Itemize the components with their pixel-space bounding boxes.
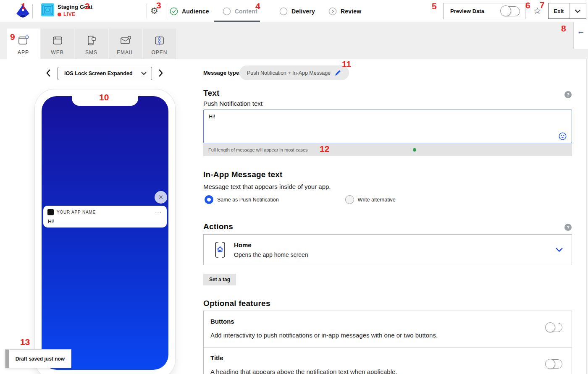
step-complete-icon bbox=[170, 7, 178, 16]
push-text-input[interactable]: Hi! bbox=[203, 110, 572, 143]
annotation-mark-10: 10 bbox=[99, 93, 109, 102]
tab-sms[interactable]: SMS bbox=[75, 29, 108, 59]
exit-split-button: Exit bbox=[548, 3, 586, 19]
annotation-mark-13: 13 bbox=[20, 337, 30, 346]
radio-same-as-push[interactable]: Same as Push Notification bbox=[205, 195, 279, 204]
header-divider bbox=[166, 4, 166, 18]
tab-web[interactable]: WEB bbox=[41, 29, 74, 59]
edit-pencil-icon bbox=[334, 69, 341, 76]
annotation-mark-5: 5 bbox=[432, 2, 437, 10]
previous-device-button[interactable] bbox=[45, 69, 54, 78]
annotation-mark-3: 3 bbox=[156, 1, 161, 10]
device-preview-select[interactable]: iOS Lock Screen Expanded bbox=[58, 67, 152, 80]
feature-buttons-row: Buttons Add interactivity to push notifi… bbox=[204, 311, 572, 347]
feature-buttons-desc: Add interactivity to push notifications … bbox=[210, 332, 563, 339]
step-review[interactable]: Review bbox=[328, 7, 361, 16]
next-device-button[interactable] bbox=[158, 69, 166, 78]
exit-button[interactable]: Exit bbox=[549, 3, 570, 18]
open-channel-icon bbox=[153, 34, 166, 47]
step-content[interactable]: Content bbox=[223, 7, 257, 16]
feature-title-name: Title bbox=[210, 354, 563, 361]
feature-title-row: Title A heading that appears above the n… bbox=[204, 347, 572, 374]
feature-title-desc: A heading that appears above the notific… bbox=[210, 368, 563, 374]
annotation-mark-2: 2 bbox=[85, 2, 90, 10]
push-composer-app: Staging Goat LIVE ⚙ Audience Con bbox=[0, 0, 588, 374]
tab-email[interactable]: EMAIL bbox=[109, 29, 142, 59]
phone-home-icon bbox=[214, 241, 226, 258]
draft-saved-toast: Draft saved just now bbox=[5, 349, 71, 368]
dismiss-preview-button[interactable]: ✕ bbox=[155, 191, 167, 204]
app-channel-icon bbox=[17, 34, 30, 47]
notification-app-icon bbox=[47, 209, 54, 215]
phone-preview: ✕ YOUR APP NAME ··· Hi! bbox=[35, 89, 175, 374]
live-status-dot bbox=[58, 13, 61, 16]
live-status-label: LIVE bbox=[63, 11, 76, 17]
message-type-value: Push Notification + In-App Message bbox=[247, 70, 331, 76]
toast-text: Draft saved just now bbox=[9, 356, 71, 362]
message-type-label: Message type: bbox=[203, 70, 241, 76]
radio-write-alternative[interactable]: Write alternative bbox=[345, 195, 396, 204]
annotation-mark-12: 12 bbox=[320, 144, 329, 153]
set-a-tag-button[interactable]: Set a tag bbox=[203, 274, 236, 285]
step-circle-icon bbox=[279, 7, 288, 16]
inapp-subtitle: Message text that appears inside of your… bbox=[203, 183, 331, 190]
web-channel-icon bbox=[51, 34, 64, 47]
wizard-steps: Audience Content Delivery Review bbox=[170, 0, 375, 22]
annotation-mark-4: 4 bbox=[255, 2, 260, 10]
active-step-indicator bbox=[214, 21, 260, 22]
expand-sidebar-button[interactable]: ← bbox=[573, 22, 588, 49]
chevron-down-icon[interactable] bbox=[555, 247, 563, 252]
emoji-picker-icon[interactable] bbox=[559, 132, 567, 140]
actions-help-icon[interactable]: ? bbox=[564, 224, 572, 231]
annotation-mark-8: 8 bbox=[561, 24, 566, 33]
annotation-mark-1: 1 bbox=[21, 2, 26, 10]
step-audience[interactable]: Audience bbox=[170, 7, 209, 16]
step-chevron-icon bbox=[328, 7, 337, 16]
action-home-card[interactable]: Home Opens the app home screen bbox=[203, 234, 572, 265]
header-divider bbox=[147, 4, 147, 18]
chevron-left-icon bbox=[45, 69, 51, 77]
inapp-section-title: In-App Message text bbox=[203, 170, 283, 179]
actions-section-title: Actions bbox=[203, 222, 233, 231]
message-length-status: Full length of message will appear in mo… bbox=[208, 147, 308, 152]
optional-features-box: Buttons Add interactivity to push notifi… bbox=[203, 311, 572, 374]
notification-more-icon[interactable]: ··· bbox=[155, 211, 162, 214]
project-app-icon[interactable] bbox=[41, 3, 54, 18]
email-channel-icon bbox=[119, 34, 132, 47]
optional-section-title: Optional features bbox=[203, 299, 270, 308]
notification-card[interactable]: YOUR APP NAME ··· Hi! bbox=[43, 206, 167, 228]
step-delivery[interactable]: Delivery bbox=[279, 7, 315, 16]
close-icon: ✕ bbox=[158, 194, 164, 201]
chevron-right-icon bbox=[158, 69, 164, 77]
preview-data-label: Preview Data bbox=[450, 8, 484, 14]
phone-screen: ✕ YOUR APP NAME ··· Hi! bbox=[42, 96, 168, 370]
step-circle-icon bbox=[223, 7, 231, 16]
status-ok-dot bbox=[413, 148, 416, 152]
title-toggle[interactable] bbox=[546, 359, 562, 369]
message-type-pill[interactable]: Push Notification + In-App Message bbox=[239, 65, 349, 80]
annotation-mark-6: 6 bbox=[525, 1, 530, 10]
annotation-mark-9: 9 bbox=[10, 32, 15, 41]
message-length-statusbar: Full length of message will appear in mo… bbox=[203, 143, 572, 156]
text-help-icon[interactable]: ? bbox=[564, 91, 572, 98]
annotation-mark-11: 11 bbox=[342, 60, 351, 68]
notification-message: Hi! bbox=[48, 219, 162, 225]
header-divider bbox=[32, 4, 33, 18]
annotation-mark-7: 7 bbox=[540, 0, 545, 9]
text-section-title: Text bbox=[203, 89, 219, 98]
chevron-down-icon bbox=[141, 72, 147, 75]
radio-selected-icon bbox=[205, 195, 213, 204]
arrow-left-icon: ← bbox=[577, 27, 585, 35]
action-name: Home bbox=[234, 241, 555, 248]
preview-data-control: Preview Data bbox=[443, 3, 525, 19]
preview-data-toggle[interactable] bbox=[501, 6, 520, 16]
toast-accent-bar bbox=[5, 350, 9, 368]
buttons-toggle[interactable] bbox=[546, 323, 562, 332]
feature-buttons-name: Buttons bbox=[210, 318, 563, 325]
sms-channel-icon bbox=[85, 34, 98, 47]
exit-menu-button[interactable] bbox=[570, 3, 586, 18]
inapp-text-options: Same as Push Notification Write alternat… bbox=[205, 195, 396, 204]
push-text-subtitle: Push Notification text bbox=[203, 100, 262, 107]
action-description: Opens the app home screen bbox=[234, 251, 555, 258]
tab-open[interactable]: OPEN bbox=[143, 29, 176, 59]
